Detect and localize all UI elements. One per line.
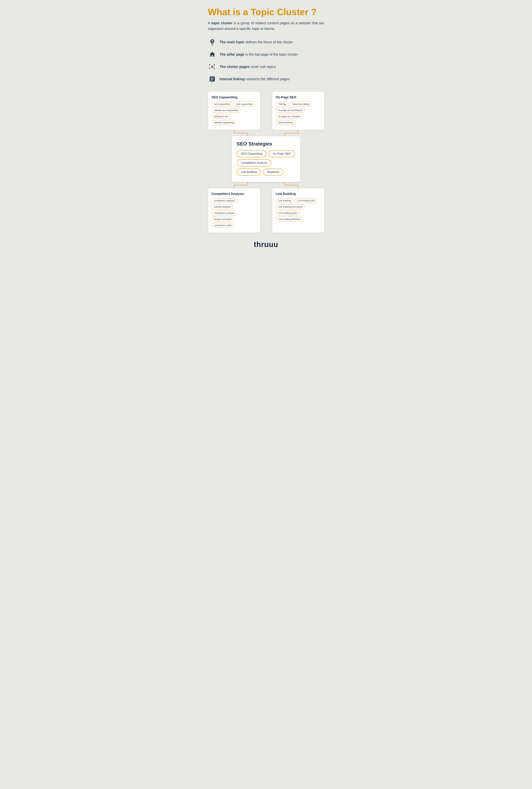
tag-link-building-seo: Link building SEO bbox=[295, 198, 318, 203]
home-icon bbox=[208, 50, 216, 59]
competitors-analysis-title: Competitors Analysis bbox=[212, 192, 256, 196]
tag-web-copywriting: web copywriting bbox=[233, 102, 255, 107]
on-page-tags-row1: Title tag Meta Description bbox=[276, 102, 321, 107]
link-building-card: Link Building Link building Link buildin… bbox=[272, 188, 324, 232]
feature-item-main-topic: The main topic defines the focus of the … bbox=[208, 38, 324, 46]
link-tags-row3: Link building guide Link building defini… bbox=[276, 211, 321, 222]
internal-link-icon: ↕ bbox=[208, 75, 216, 83]
tag-website-analysis: website analysis bbox=[212, 204, 233, 209]
feature-list: The main topic defines the focus of the … bbox=[208, 38, 324, 83]
on-page-seo-card: On-Page SEO Title tag Meta Description o… bbox=[272, 92, 324, 130]
pillar-tag-on-page-seo: On Page SEO bbox=[269, 150, 295, 157]
tag-competitive-analysis: competitive analysis bbox=[212, 211, 237, 215]
pillar-card: SEO Strategies SEO Copywriting On Page S… bbox=[232, 136, 300, 182]
seo-copywriting-tags-row1: seo copywriting web copywriting bbox=[212, 102, 256, 107]
tag-website-copywriting: website copywriting bbox=[212, 120, 236, 125]
intro-paragraph: A topic cluster is a group of related co… bbox=[208, 20, 324, 32]
tag-internal-linking: Internal linking bbox=[276, 120, 296, 125]
tag-title-tag: Title tag bbox=[276, 102, 289, 107]
tag-link-building-techniques: Link building techniques bbox=[276, 204, 305, 209]
on-page-tags-row2: on-page seo techniques bbox=[276, 108, 321, 113]
tag-link-building: Link building bbox=[276, 198, 293, 203]
tag-writing-for-seo: writing for seo bbox=[212, 114, 231, 119]
link-tags-row2: Link building techniques bbox=[276, 204, 321, 209]
feature-item-cluster-pages: The cluster pages cover sub topics bbox=[208, 62, 324, 71]
seo-copywriting-card: SEO Copywriting seo copywriting web copy… bbox=[208, 92, 260, 130]
comp-tags-row1: competitors analysis website analysis bbox=[212, 198, 256, 209]
pillar-tag-link-building: Link Building bbox=[237, 169, 261, 175]
lightbulb-icon bbox=[208, 38, 216, 46]
pillar-tag-backlinks: Backlinks bbox=[263, 169, 284, 175]
tag-competitors-analysis: competitors analysis bbox=[212, 198, 237, 203]
tag-analysis-template: analysis template bbox=[212, 217, 234, 222]
pillar-title: SEO Strategies bbox=[237, 141, 296, 147]
pillar-tags-row3: Link Building Backlinks bbox=[237, 169, 296, 175]
page-title: What is a Topic Cluster ? bbox=[208, 7, 324, 17]
seo-copywriting-tags-row2: website seo copywriting bbox=[212, 108, 256, 113]
competitors-analysis-card: Competitors Analysis competitors analysi… bbox=[208, 188, 260, 232]
tag-on-page-checklist: on page seo checklist bbox=[276, 114, 303, 119]
feature-text-main-topic: The main topic defines the focus of the … bbox=[220, 40, 293, 44]
pillar-tags-row2: Competitors Analysis bbox=[237, 159, 296, 166]
tag-website-seo-copywriting: website seo copywriting bbox=[212, 108, 241, 113]
pillar-tags-row1: SEO Copywriting On Page SEO bbox=[237, 150, 296, 157]
pillar-tag-competitors-analysis: Competitors Analysis bbox=[237, 159, 271, 166]
diagram-container: SEO Copywriting seo copywriting web copy… bbox=[208, 92, 324, 232]
tag-seo-copywriting: seo copywriting bbox=[212, 102, 232, 107]
scan-icon bbox=[208, 62, 216, 71]
feature-text-cluster-pages: The cluster pages cover sub topics bbox=[220, 65, 276, 69]
tag-link-building-definition: Link building definition bbox=[276, 217, 303, 222]
tag-link-building-guide: Link building guide bbox=[276, 211, 300, 215]
seo-copywriting-title: SEO Copywriting bbox=[212, 95, 256, 99]
svg-text:↕: ↕ bbox=[212, 77, 213, 80]
bottom-row: Competitors Analysis competitors analysi… bbox=[208, 188, 324, 232]
middle-row: SEO Strategies SEO Copywriting On Page S… bbox=[208, 136, 324, 182]
tag-competitors-audit: competitors audit bbox=[212, 223, 234, 228]
footer: thruuu bbox=[208, 240, 324, 249]
link-tags-row1: Link building Link building SEO bbox=[276, 198, 321, 203]
feature-text-internal-linking: Internal linking connects the different … bbox=[220, 77, 290, 81]
brand-name: thruuu bbox=[208, 240, 324, 249]
intro-bold: topic cluster bbox=[211, 21, 232, 25]
on-page-tags-row3: on page seo checklist Internal linking bbox=[276, 114, 321, 125]
tag-meta-description: Meta Description bbox=[290, 102, 312, 107]
comp-tags-row2: competitive analysis bbox=[212, 211, 256, 215]
feature-item-pillar-page: The pillar page is the top page of the t… bbox=[208, 50, 324, 59]
tag-on-page-techniques: on-page seo techniques bbox=[276, 108, 305, 113]
pillar-tag-seo-copywriting: SEO Copywriting bbox=[237, 150, 267, 157]
comp-tags-row3: analysis template competitors audit bbox=[212, 217, 256, 228]
on-page-seo-title: On-Page SEO bbox=[276, 95, 321, 99]
link-building-title: Link Building bbox=[276, 192, 321, 196]
top-row: SEO Copywriting seo copywriting web copy… bbox=[208, 92, 324, 130]
feature-item-internal-linking: ↕ Internal linking connects the differen… bbox=[208, 75, 324, 83]
seo-copywriting-tags-row3: writing for seo website copywriting bbox=[212, 114, 256, 125]
feature-text-pillar-page: The pillar page is the top page of the t… bbox=[220, 52, 298, 56]
